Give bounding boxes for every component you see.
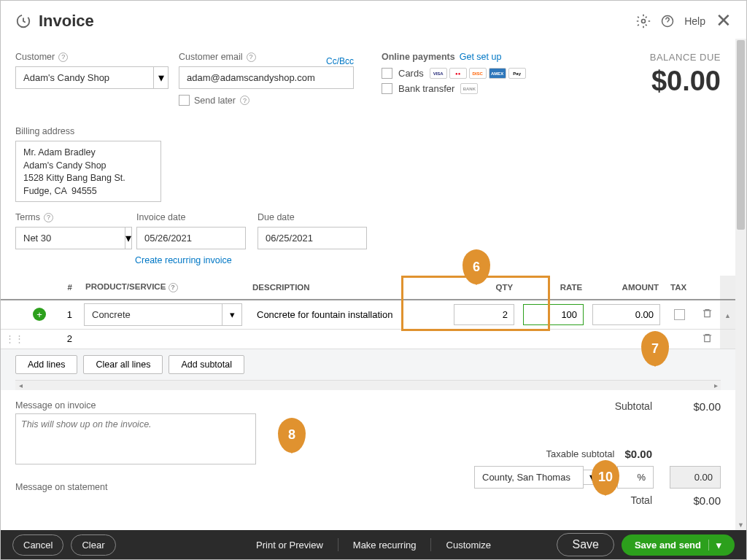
header-left: Invoice [15, 12, 94, 31]
help-circle-icon[interactable]: ? [247, 52, 256, 62]
messages-col: Message on invoice Message on statement [15, 400, 256, 513]
help-icon[interactable] [661, 15, 674, 28]
vertical-scrollbar[interactable]: ▼ [735, 39, 746, 530]
send-later-label: Send later [194, 96, 236, 106]
amount-input[interactable] [592, 304, 660, 325]
chevron-down-icon[interactable]: ▾ [708, 540, 721, 551]
customer-select[interactable]: ▾ [15, 66, 169, 89]
chevron-down-icon[interactable]: ▾ [153, 66, 169, 89]
help-circle-icon[interactable]: ? [240, 96, 249, 105]
qty-input[interactable] [454, 304, 514, 325]
tax-pct-input[interactable] [617, 466, 654, 489]
customer-input[interactable] [15, 66, 153, 89]
top-row: Customer? ▾ Customer email? Cc/Bcc Send … [15, 52, 721, 106]
trash-icon[interactable] [702, 332, 713, 343]
grid-header-blank [1, 276, 28, 300]
save-send-button[interactable]: Save and send ▾ [622, 534, 735, 556]
page-title: Invoice [39, 12, 94, 31]
get-set-up-link[interactable]: Get set up [460, 52, 502, 62]
tax-jurisdiction-input[interactable] [474, 466, 584, 489]
rate-input[interactable] [523, 304, 584, 325]
bank-row: Bank transfer BANK [382, 83, 526, 94]
row-num: 1 [50, 300, 80, 330]
customize-button[interactable]: Customize [436, 535, 501, 555]
msg-invoice-textarea[interactable] [15, 413, 256, 464]
product-input[interactable] [84, 303, 222, 326]
separator [338, 538, 338, 551]
tax-cell[interactable] [665, 329, 694, 349]
email-field: Customer email? Cc/Bcc Send later ? [179, 52, 354, 106]
chevron-down-icon[interactable]: ▾ [125, 227, 132, 249]
add-line-icon[interactable]: + [33, 308, 46, 321]
total-label: Total [630, 494, 652, 506]
billing-textarea[interactable] [15, 141, 161, 202]
product-cell[interactable] [80, 329, 247, 349]
header-right: Help ✕ [636, 9, 732, 32]
trash-icon[interactable] [702, 308, 713, 319]
qty-cell[interactable] [449, 329, 519, 349]
callout-10: 10 [592, 460, 619, 495]
cards-checkbox[interactable] [382, 68, 392, 79]
cancel-button[interactable]: Cancel [12, 534, 63, 556]
add-lines-button[interactable]: Add lines [15, 355, 77, 374]
gear-icon[interactable] [636, 14, 651, 28]
bank-label: Bank transfer [398, 83, 454, 94]
close-icon[interactable]: ✕ [716, 9, 732, 32]
send-later-row: Send later ? [179, 95, 354, 106]
tax-checkbox[interactable] [674, 309, 685, 320]
terms-input[interactable] [15, 227, 125, 249]
grid-header-product: PRODUCT/SERVICE ? [80, 276, 247, 300]
clear-lines-button[interactable]: Clear all lines [83, 355, 163, 374]
online-pay-title: Online paymentsGet set up [382, 52, 526, 62]
invoice-icon [15, 13, 31, 29]
save-button[interactable]: Save [557, 533, 614, 556]
scroll-right-icon[interactable]: ▸ [711, 381, 721, 391]
grid-scroll-col [720, 276, 735, 300]
grid-header-num: # [50, 276, 80, 300]
drag-handle[interactable] [1, 300, 28, 330]
scroll-down-icon[interactable]: ▼ [735, 519, 746, 530]
bottom-section: Message on invoice Message on statement … [15, 390, 721, 513]
cards-label: Cards [398, 68, 424, 79]
terms-select[interactable]: ▾ [15, 227, 125, 249]
invoice-date-label: Invoice date [136, 212, 246, 222]
rate-cell[interactable] [519, 329, 588, 349]
clear-button[interactable]: Clear [71, 534, 115, 556]
drag-handle-icon[interactable]: ⋮⋮ [5, 333, 24, 344]
billing-address-field: Billing address [15, 126, 721, 202]
bank-checkbox[interactable] [382, 83, 392, 94]
description-input[interactable] [251, 305, 445, 324]
description-cell[interactable] [247, 329, 449, 349]
grid-header-blank [694, 276, 720, 300]
footer-center: Print or Preview Make recurring Customiz… [246, 535, 501, 555]
customer-label: Customer? [15, 52, 169, 62]
send-later-checkbox[interactable] [179, 95, 190, 106]
help-circle-icon[interactable]: ? [169, 283, 178, 292]
taxable-row: Taxable subtotal $0.00 [278, 448, 721, 460]
table-row: ⋮⋮ 2 [1, 329, 735, 349]
help-circle-icon[interactable]: ? [58, 52, 68, 62]
scroll-left-icon[interactable]: ◂ [15, 381, 26, 391]
tax-row: ▾ [278, 466, 721, 489]
print-preview-button[interactable]: Print or Preview [246, 535, 333, 555]
due-date-input[interactable] [258, 227, 367, 249]
svg-point-1 [642, 19, 646, 23]
add-subtotal-button[interactable]: Add subtotal [169, 355, 244, 374]
make-recurring-button[interactable]: Make recurring [343, 535, 427, 555]
product-select[interactable]: ▾ [84, 303, 242, 326]
email-input[interactable] [179, 66, 354, 89]
scrollbar-thumb[interactable] [737, 40, 745, 230]
billing-label: Billing address [15, 126, 721, 136]
create-recurring-link[interactable]: Create recurring invoice [15, 255, 721, 265]
help-circle-icon[interactable]: ? [44, 213, 53, 222]
grid-header-tax: TAX [665, 276, 694, 300]
ccbcc-link[interactable]: Cc/Bcc [326, 56, 354, 66]
invoice-date-input[interactable] [136, 227, 246, 249]
help-label[interactable]: Help [684, 15, 705, 27]
header-bar: Invoice Help ✕ [1, 1, 746, 42]
grid-header-desc: DESCRIPTION [247, 276, 449, 300]
horizontal-scrollbar[interactable]: ◂ ▸ [15, 380, 721, 390]
tax-amount-input[interactable] [670, 466, 721, 489]
chevron-down-icon[interactable]: ▾ [222, 303, 242, 326]
tax-jurisdiction-select[interactable]: ▾ [474, 466, 601, 489]
